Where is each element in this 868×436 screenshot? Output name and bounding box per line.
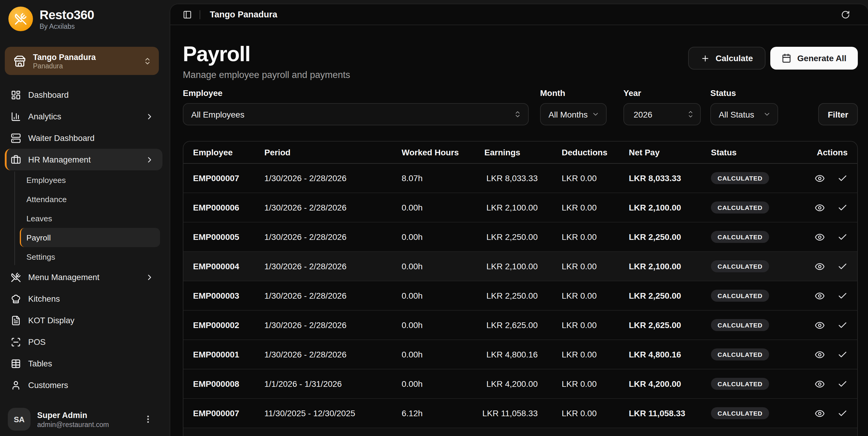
calculate-button[interactable]: Calculate xyxy=(688,47,766,69)
sidebar-subitem-leaves[interactable]: Leaves xyxy=(20,209,160,228)
sidebar-item-customers[interactable]: Customers xyxy=(5,374,162,396)
eye-icon xyxy=(815,291,825,301)
chevron-down-icon xyxy=(592,111,599,118)
utensils-crossed-icon xyxy=(14,12,27,25)
view-payroll-button[interactable] xyxy=(815,320,825,330)
server-icon xyxy=(11,133,21,143)
net-pay-cell: LKR 2,100.00 xyxy=(629,203,711,212)
user-icon xyxy=(11,380,21,390)
status-badge: CALCULATED xyxy=(711,378,769,390)
view-payroll-button[interactable] xyxy=(815,350,825,360)
view-payroll-button[interactable] xyxy=(815,291,825,301)
sidebar-item-kitchens[interactable]: Kitchens xyxy=(5,288,162,310)
column-header-status: Status xyxy=(711,148,794,157)
status-badge: CALCULATED xyxy=(711,261,769,272)
status-badge: CALCULATED xyxy=(711,231,769,243)
approve-payroll-button[interactable] xyxy=(837,173,848,183)
net-pay-cell: LKR 4,800.16 xyxy=(629,350,711,359)
approve-payroll-button[interactable] xyxy=(837,291,848,301)
restaurant-location: Panadura xyxy=(33,62,96,69)
eye-icon xyxy=(815,320,825,330)
restaurant-selector[interactable]: Tango Panadura Panadura xyxy=(5,47,159,75)
sidebar-subitem-employees[interactable]: Employees xyxy=(20,170,160,190)
briefcase-icon xyxy=(11,154,21,165)
view-payroll-button[interactable] xyxy=(815,173,825,183)
earnings-cell: LKR 4,800.16 xyxy=(476,350,538,359)
app-logo-icon xyxy=(8,7,33,31)
chevron-down-icon xyxy=(763,111,771,118)
approve-payroll-button[interactable] xyxy=(837,379,848,389)
sidebar-item-label: Menu Management xyxy=(28,272,99,282)
table-row: EMP0000021/30/2026 - 2/28/20260.00hLKR 2… xyxy=(183,311,857,340)
view-payroll-button[interactable] xyxy=(815,203,825,213)
topbar: Tango Panadura xyxy=(170,4,868,25)
approve-payroll-button[interactable] xyxy=(837,203,848,213)
employee-id-cell: EMP000003 xyxy=(193,291,265,301)
status-select[interactable]: All Status xyxy=(710,104,778,126)
sidebar-item-label: Kitchens xyxy=(28,294,60,303)
more-vertical-icon xyxy=(143,414,153,424)
check-icon xyxy=(837,408,848,418)
sidebar-subitem-payroll[interactable]: Payroll xyxy=(20,228,160,247)
year-input[interactable]: 2026 xyxy=(623,104,701,126)
approve-payroll-button[interactable] xyxy=(837,232,848,242)
view-payroll-button[interactable] xyxy=(815,261,825,272)
table-icon xyxy=(11,358,21,369)
sidebar-item-label: Customers xyxy=(28,380,68,389)
view-payroll-button[interactable] xyxy=(815,408,825,418)
number-stepper[interactable] xyxy=(688,110,693,119)
eye-icon xyxy=(815,408,825,418)
utensils-crossed-icon xyxy=(11,272,21,282)
eye-icon xyxy=(815,203,825,213)
status-badge: CALCULATED xyxy=(711,349,769,361)
check-icon xyxy=(837,320,848,330)
user-menu-button[interactable] xyxy=(143,414,153,424)
worked-hours-cell: 0.00h xyxy=(402,321,476,330)
status-badge: CALCULATED xyxy=(711,319,769,331)
period-cell: 1/30/2026 - 2/28/2026 xyxy=(265,291,402,301)
view-payroll-button[interactable] xyxy=(815,232,825,242)
deductions-cell: LKR 0.00 xyxy=(538,232,629,242)
sidebar-item-analytics[interactable]: Analytics xyxy=(5,106,162,127)
payroll-table: EmployeePeriodWorked HoursEarningsDeduct… xyxy=(183,141,858,436)
employee-select[interactable]: All Employees xyxy=(183,104,529,126)
view-payroll-button[interactable] xyxy=(815,379,825,389)
month-select[interactable]: All Months xyxy=(540,104,607,126)
table-row: EMP0000071/30/2026 - 2/28/20268.07hLKR 8… xyxy=(183,164,857,194)
filter-button[interactable]: Filter xyxy=(818,104,858,126)
table-body: EMP0000071/30/2026 - 2/28/20268.07hLKR 8… xyxy=(183,164,857,429)
refresh-button[interactable] xyxy=(841,10,850,19)
approve-payroll-button[interactable] xyxy=(837,350,848,360)
plus-icon xyxy=(701,54,710,63)
sidebar-item-pos[interactable]: POS xyxy=(5,331,162,353)
period-cell: 1/30/2026 - 2/28/2026 xyxy=(265,321,402,330)
sidebar-item-dashboard[interactable]: Dashboard xyxy=(5,84,162,106)
sidebar-subitem-settings[interactable]: Settings xyxy=(20,247,160,266)
sidebar-item-label: HR Management xyxy=(28,155,91,164)
eye-icon xyxy=(815,173,825,183)
chart-column-icon xyxy=(11,111,21,121)
generate-all-button[interactable]: Generate All xyxy=(770,47,858,69)
sidebar-item-waiter-dashboard[interactable]: Waiter Dashboard xyxy=(5,127,162,149)
approve-payroll-button[interactable] xyxy=(837,320,848,330)
page-content: Payroll Manage employee payroll and paym… xyxy=(170,25,868,436)
sidebar-toggle-button[interactable] xyxy=(183,10,192,19)
sidebar-item-label: Waiter Dashboard xyxy=(28,134,94,142)
column-header-net-pay: Net Pay xyxy=(629,148,711,157)
worked-hours-cell: 0.00h xyxy=(402,262,476,271)
approve-payroll-button[interactable] xyxy=(837,261,848,272)
page-subtitle: Manage employee payroll and payments xyxy=(183,70,350,81)
sidebar-item-menu-management[interactable]: Menu Management xyxy=(5,266,162,288)
sidebar-item-kot-display[interactable]: KOT Display xyxy=(5,310,162,331)
sidebar-subitem-attendance[interactable]: Attendance xyxy=(20,190,160,209)
avatar: SA xyxy=(8,408,31,431)
sidebar-item-hr-management[interactable]: HR Management xyxy=(5,149,162,170)
employee-id-cell: EMP000005 xyxy=(193,232,265,242)
chevron-right-icon xyxy=(145,155,154,164)
sidebar-item-label: POS xyxy=(28,337,45,346)
deductions-cell: LKR 0.00 xyxy=(538,321,629,330)
earnings-cell: LKR 11,058.33 xyxy=(476,409,538,418)
sidebar-item-tables[interactable]: Tables xyxy=(5,353,162,374)
approve-payroll-button[interactable] xyxy=(837,408,848,418)
hr-submenu: EmployeesAttendanceLeavesPayrollSettings xyxy=(0,170,167,266)
